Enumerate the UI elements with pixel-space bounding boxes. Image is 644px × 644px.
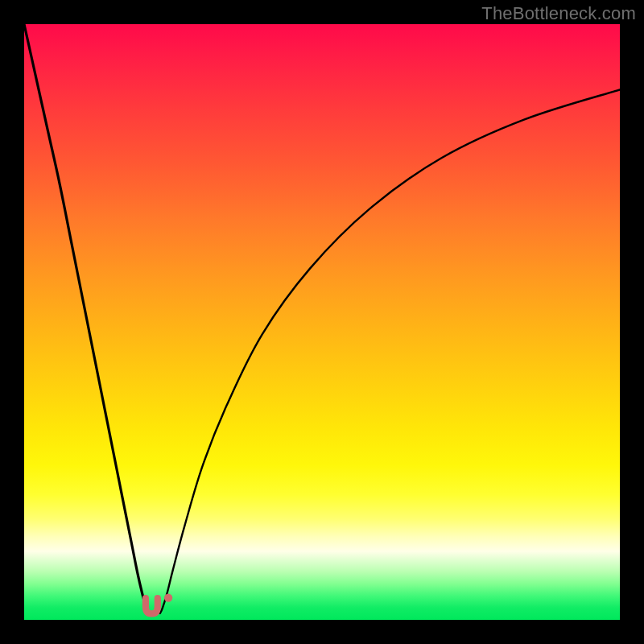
chart-frame: TheBottleneck.com xyxy=(0,0,644,644)
curve-right-branch xyxy=(160,89,620,613)
marker-u-blob xyxy=(146,598,158,613)
plot-area xyxy=(24,24,620,620)
curve-left-branch xyxy=(24,24,151,613)
watermark-text: TheBottleneck.com xyxy=(481,3,636,24)
marker-dot xyxy=(164,593,172,601)
curves-svg xyxy=(24,24,620,620)
